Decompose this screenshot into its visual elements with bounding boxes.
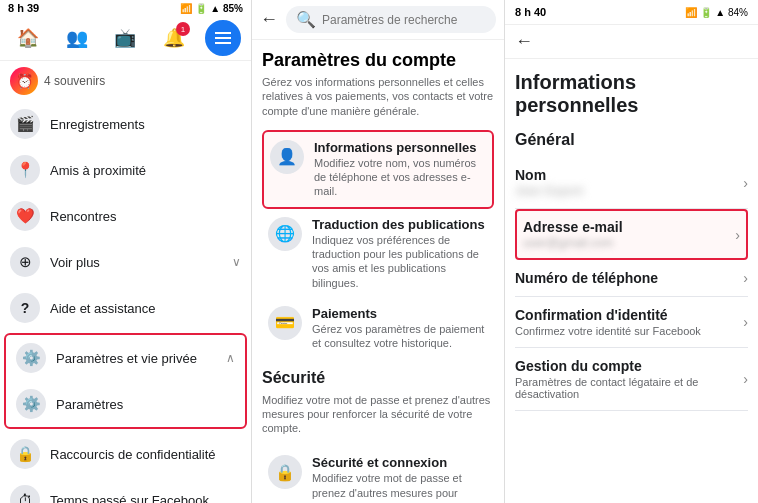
right-status-icons: 📶 🔋 ▲ 84% [685,7,748,18]
sidebar-item-settings-privacy[interactable]: ⚙️ Paramètres et vie privée ∧ [6,335,245,381]
translation-title: Traduction des publications [312,217,488,232]
nav-menu[interactable] [205,20,241,56]
sidebar-item-shortcuts[interactable]: 🔒 Raccourcis de confidentialité [0,431,251,477]
phone-chevron: › [743,270,748,286]
settings-personal-info[interactable]: 👤 Informations personnelles Modifiez vot… [262,130,494,209]
search-input[interactable] [322,13,486,27]
nom-chevron: › [743,175,748,191]
shortcuts-icon: 🔒 [10,439,40,469]
time-facebook-label: Temps passé sur Facebook [50,493,209,504]
personal-info-title: Informations personnelles [314,140,486,155]
middle-section-title: Paramètres du compte [262,50,494,71]
memories-avatar: ⏰ [10,67,38,95]
see-more-label: Voir plus [50,255,100,270]
security-login-desc: Modifiez votre mot de passe et prenez d'… [312,471,488,503]
dating-label: Rencontres [50,209,116,224]
nearby-label: Amis à proximité [50,163,146,178]
notification-badge: 1 [176,22,190,36]
security-desc: Modifiez votre mot de passe et prenez d'… [262,393,494,436]
panel-middle: ← 🔍 Paramètres du compte Gérez vos infor… [252,0,505,503]
info-row-nom[interactable]: Nom Jean Dupont › [515,157,748,209]
sidebar-item-nearby[interactable]: 📍 Amis à proximité [0,147,251,193]
payments-icon: 💳 [268,306,302,340]
hamburger-icon [205,20,241,56]
right-content: Informations personnelles Général Nom Je… [505,59,758,503]
recordings-icon: 🎬 [10,109,40,139]
dating-icon: ❤️ [10,201,40,231]
identity-label: Confirmation d'identité [515,307,701,323]
phone-label: Numéro de téléphone [515,270,658,286]
email-chevron: › [735,227,740,243]
security-login-title: Sécurité et connexion [312,455,488,470]
nom-label: Nom [515,167,583,183]
panel-left: 8 h 39 📶 🔋 ▲ 85% 🏠 👥 📺 🔔 1 ⏰ 4 souvenirs [0,0,252,503]
help-label: Aide et assistance [50,301,156,316]
nav-icons: 🏠 👥 📺 🔔 1 [0,16,251,61]
right-top-bar: 8 h 40 📶 🔋 ▲ 84% [505,0,758,25]
settings-translation[interactable]: 🌐 Traduction des publications Indiquez v… [262,209,494,298]
panel-right: 8 h 40 📶 🔋 ▲ 84% ← Informations personne… [505,0,758,503]
info-row-email[interactable]: Adresse e-mail user@gmail.com › [515,209,748,260]
sidebar-item-dating[interactable]: ❤️ Rencontres [0,193,251,239]
email-label: Adresse e-mail [523,219,623,235]
personal-info-desc: Modifiez votre nom, vos numéros de télép… [314,156,486,199]
memories-label: 4 souvenirs [44,74,105,88]
personal-info-icon: 👤 [270,140,304,174]
sidebar-item-help[interactable]: ? Aide et assistance [0,285,251,331]
translation-desc: Indiquez vos préférences de traduction p… [312,233,488,290]
right-back-arrow[interactable]: ← [515,31,533,51]
security-heading: Sécurité [262,369,494,387]
settings-label: Paramètres [56,397,123,412]
payments-title: Paiements [312,306,488,321]
see-more-icon: ⊕ [10,247,40,277]
account-mgmt-label: Gestion du compte [515,358,743,374]
identity-desc: Confirmez votre identité sur Facebook [515,325,701,337]
recordings-label: Enregistrements [50,117,145,132]
middle-content: Paramètres du compte Gérez vos informati… [252,40,504,503]
sidebar-item-see-more[interactable]: ⊕ Voir plus ∨ [0,239,251,285]
help-icon: ? [10,293,40,323]
middle-back-arrow[interactable]: ← [260,9,278,30]
settings-payments[interactable]: 💳 Paiements Gérez vos paramètres de paie… [262,298,494,359]
nearby-icon: 📍 [10,155,40,185]
security-login-icon: 🔒 [268,455,302,489]
sidebar-items: 🎬 Enregistrements 📍 Amis à proximité ❤️ … [0,101,251,503]
email-value: user@gmail.com [523,236,623,250]
time-facebook-icon: ⏱ [10,485,40,503]
search-box[interactable]: 🔍 [286,6,496,33]
payments-desc: Gérez vos paramètres de paiement et cons… [312,322,488,351]
info-row-account-mgmt[interactable]: Gestion du compte Paramètres de contact … [515,348,748,411]
right-nav-bar: ← [505,25,758,59]
middle-section-desc: Gérez vos informations personnelles et c… [262,75,494,118]
memories-row[interactable]: ⏰ 4 souvenirs [0,61,251,101]
identity-chevron: › [743,314,748,330]
right-title: Informations personnelles [515,71,748,117]
settings-privacy-chevron: ∧ [226,351,235,365]
status-bar-left: 8 h 39 📶 🔋 ▲ 85% [0,0,251,16]
settings-privacy-icon: ⚙️ [16,343,46,373]
nav-friends[interactable]: 👥 [59,20,95,56]
account-mgmt-desc: Paramètres de contact légataire et de dé… [515,376,743,400]
settings-privacy-label: Paramètres et vie privée [56,351,197,366]
status-icons-left: 📶 🔋 ▲ 85% [180,3,243,14]
settings-highlighted-group: ⚙️ Paramètres et vie privée ∧ ⚙️ Paramèt… [4,333,247,429]
nav-watch[interactable]: 📺 [107,20,143,56]
account-mgmt-chevron: › [743,371,748,387]
middle-top-bar: ← 🔍 [252,0,504,40]
settings-icon: ⚙️ [16,389,46,419]
nav-home[interactable]: 🏠 [10,20,46,56]
translation-icon: 🌐 [268,217,302,251]
right-section-general: Général [515,131,748,149]
nav-notifications[interactable]: 🔔 1 [156,20,192,56]
settings-security-login[interactable]: 🔒 Sécurité et connexion Modifiez votre m… [262,447,494,503]
info-row-identity[interactable]: Confirmation d'identité Confirmez votre … [515,297,748,348]
nom-value: Jean Dupont [515,184,583,198]
shortcuts-label: Raccourcis de confidentialité [50,447,215,462]
sidebar-item-time-facebook[interactable]: ⏱ Temps passé sur Facebook [0,477,251,503]
right-status-time: 8 h 40 [515,6,546,18]
info-row-phone[interactable]: Numéro de téléphone › [515,260,748,297]
sidebar-item-recordings[interactable]: 🎬 Enregistrements [0,101,251,147]
see-more-chevron: ∨ [232,255,241,269]
sidebar-item-settings[interactable]: ⚙️ Paramètres [6,381,245,427]
search-icon: 🔍 [296,10,316,29]
